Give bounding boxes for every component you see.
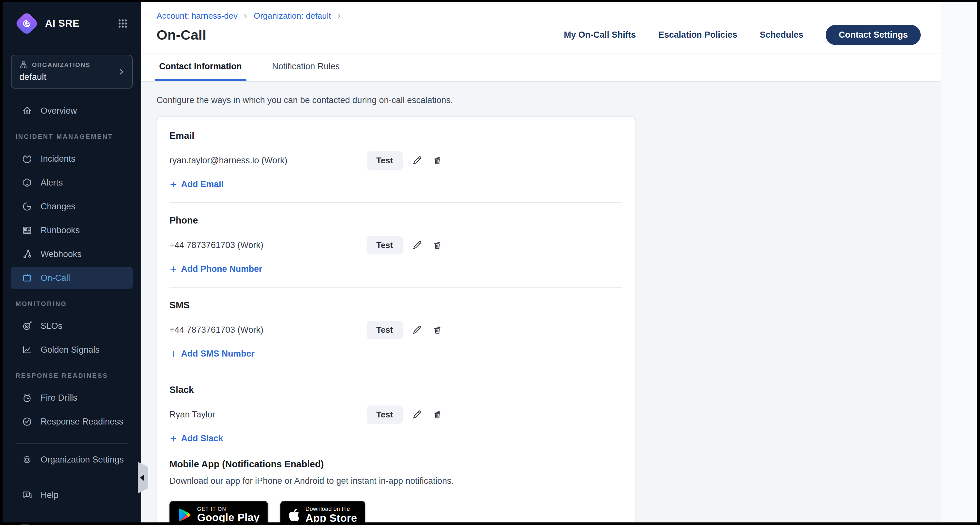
sidebar-item-fire-drills[interactable]: Fire Drills xyxy=(11,387,133,409)
edit-pencil-icon[interactable] xyxy=(411,154,423,167)
sidebar-heading-monitoring: MONITORING xyxy=(16,300,133,308)
sidebar-item-label: Webhooks xyxy=(41,249,81,259)
breadcrumb-account-link[interactable]: Account: harness-dev xyxy=(157,11,237,21)
edit-pencil-icon[interactable] xyxy=(411,239,423,251)
help-chat-icon: ? xyxy=(22,490,32,500)
section-divider xyxy=(169,202,622,203)
delete-trash-icon[interactable] xyxy=(431,324,443,336)
nav-schedules[interactable]: Schedules xyxy=(760,30,803,40)
sidebar-item-runbooks[interactable]: Runbooks xyxy=(11,219,133,242)
user-menu[interactable]: Olivia Frey xyxy=(11,519,133,525)
app-store-tagline: Download on the xyxy=(305,506,357,512)
sidebar-item-help[interactable]: ? Help xyxy=(11,484,133,506)
mobile-app-description: Download our app for iPhone or Android t… xyxy=(169,476,622,486)
sidebar-item-label: Help xyxy=(41,490,59,500)
org-switcher-label: ORGANIZATIONS xyxy=(32,62,90,68)
page-header: Account: harness-dev Organization: defau… xyxy=(141,2,941,54)
tab-contact-information[interactable]: Contact Information xyxy=(157,62,245,81)
sidebar-item-organization-settings[interactable]: Organization Settings xyxy=(11,449,133,471)
line-chart-icon xyxy=(22,345,32,355)
sidebar-item-response-readiness[interactable]: Response Readiness xyxy=(11,410,133,433)
sidebar-divider xyxy=(16,443,128,444)
delete-trash-icon[interactable] xyxy=(431,239,443,251)
app-grid-icon[interactable] xyxy=(117,18,128,29)
add-phone-link[interactable]: Add Phone Number xyxy=(169,264,262,274)
add-link-label: Add SMS Number xyxy=(181,349,255,359)
sidebar-item-webhooks[interactable]: Webhooks xyxy=(11,243,133,266)
plus-icon xyxy=(169,435,177,442)
sidebar-heading-response-readiness: RESPONSE READINESS xyxy=(16,372,133,379)
calendar-icon xyxy=(22,273,32,283)
contact-value: ryan.taylor@harness.io (Work) xyxy=(169,156,367,165)
contact-row: Ryan Taylor Test xyxy=(169,406,622,424)
test-button[interactable]: Test xyxy=(367,406,403,424)
sidebar-item-incidents[interactable]: Incidents xyxy=(11,148,133,170)
org-switcher-value: default xyxy=(19,72,113,82)
test-button[interactable]: Test xyxy=(367,321,403,339)
sidebar-item-label: Incidents xyxy=(41,154,75,164)
sidebar-item-label: Organization Settings xyxy=(41,455,124,465)
edit-pencil-icon[interactable] xyxy=(411,409,423,421)
phone-section: Phone +44 7873761703 (Work) Test xyxy=(169,215,622,288)
sidebar-item-label: SLOs xyxy=(41,321,62,331)
alarm-clock-icon xyxy=(22,393,32,403)
test-button[interactable]: Test xyxy=(367,236,403,255)
app-store-badge[interactable]: Download on the App Store xyxy=(280,501,365,522)
edit-pencil-icon[interactable] xyxy=(411,324,423,336)
add-slack-link[interactable]: Add Slack xyxy=(169,434,223,444)
sidebar-item-label: Runbooks xyxy=(41,226,80,235)
breadcrumb: Account: harness-dev Organization: defau… xyxy=(157,11,929,21)
apple-icon xyxy=(289,508,300,522)
contact-value: +44 7873761703 (Work) xyxy=(169,325,367,335)
app-name: AI SRE xyxy=(45,18,79,29)
sidebar-heading-incident-management: INCIDENT MANAGEMENT xyxy=(16,133,133,140)
sidebar-item-changes[interactable]: Changes xyxy=(11,195,133,218)
delete-trash-icon[interactable] xyxy=(431,154,443,167)
google-play-store-name: Google Play xyxy=(197,512,260,522)
contact-information-card: Email ryan.taylor@harness.io (Work) Test xyxy=(157,116,635,522)
google-play-badge[interactable]: GET IT ON Google Play xyxy=(169,501,268,522)
breadcrumb-organization-link[interactable]: Organization: default xyxy=(253,11,331,21)
runbook-window-icon xyxy=(22,225,32,235)
sidebar-item-slos[interactable]: SLOs xyxy=(11,315,133,337)
check-circle-icon xyxy=(22,417,32,427)
delete-trash-icon[interactable] xyxy=(431,409,443,421)
page-title: On-Call xyxy=(157,27,206,43)
nav-contact-settings-button[interactable]: Contact Settings xyxy=(826,25,921,45)
home-icon xyxy=(22,106,32,116)
nav-escalation-policies[interactable]: Escalation Policies xyxy=(659,30,737,40)
add-link-label: Add Phone Number xyxy=(181,264,262,274)
screenshot-frame: AI SRE ORGAN xyxy=(0,0,980,525)
alert-hexagon-icon xyxy=(22,177,32,188)
nav-my-on-call-shifts[interactable]: My On-Call Shifts xyxy=(564,30,636,40)
contact-row: ryan.taylor@harness.io (Work) Test xyxy=(169,151,622,170)
add-link-label: Add Email xyxy=(181,180,224,189)
sidebar-collapse-handle[interactable] xyxy=(138,462,148,493)
sidebar-item-alerts[interactable]: Alerts xyxy=(11,171,133,194)
add-email-link[interactable]: Add Email xyxy=(169,180,224,189)
test-button[interactable]: Test xyxy=(367,151,403,170)
svg-text:?: ? xyxy=(25,492,28,496)
app-store-store-name: App Store xyxy=(305,512,357,522)
sidebar-item-golden-signals[interactable]: Golden Signals xyxy=(11,339,133,361)
sidebar-divider xyxy=(16,517,128,517)
gear-icon xyxy=(22,455,32,465)
chevron-right-icon xyxy=(243,13,248,19)
sidebar-item-on-call[interactable]: On-Call xyxy=(11,267,133,289)
contact-row: +44 7873761703 (Work) Test xyxy=(169,236,622,255)
collapse-arrow-icon xyxy=(140,474,144,481)
chevron-right-icon xyxy=(336,13,342,19)
sidebar-item-overview[interactable]: Overview xyxy=(11,100,133,122)
logo-row: AI SRE xyxy=(3,11,141,32)
app-window: AI SRE ORGAN xyxy=(3,2,977,522)
contact-value: Ryan Taylor xyxy=(169,410,367,420)
organization-switcher[interactable]: ORGANIZATIONS default xyxy=(11,55,133,89)
plus-icon xyxy=(169,181,177,188)
plus-icon xyxy=(169,350,177,358)
add-sms-link[interactable]: Add SMS Number xyxy=(169,349,255,359)
webhook-icon xyxy=(22,249,32,259)
sidebar-item-label: Response Readiness xyxy=(41,417,123,427)
tab-notification-rules[interactable]: Notification Rules xyxy=(270,62,342,81)
plus-icon xyxy=(169,266,177,273)
org-chart-icon xyxy=(19,60,28,69)
